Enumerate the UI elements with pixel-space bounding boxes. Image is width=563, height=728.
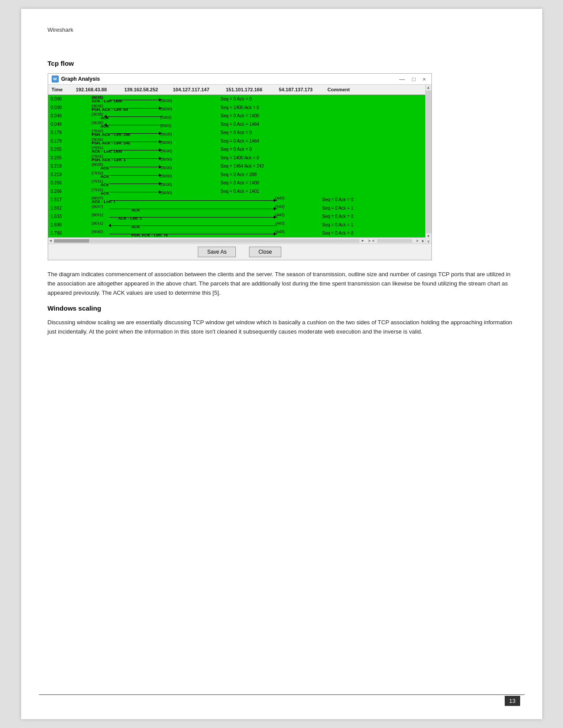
scroll-indicator: > [368,239,370,243]
section1-title: Tcp flow [48,60,516,67]
horizontal-scrollbar[interactable]: ◄ ► > < > ∨ [48,237,425,244]
arrow-area: (7932) PSH, ACK - Len: 288 (3000) [74,129,220,136]
app-title: Wireshark [48,26,516,33]
scroll-down-arrow[interactable]: ▼ [426,233,431,239]
table-row: 0.048 (3035) ACK (3000) Seq = 0 Ack = 14… [48,120,425,128]
table-row: 0.000 (8035) PSH, ACK - Len: 64 (3000) S… [48,103,425,112]
scroll-indicator2: < [372,239,374,243]
arrow-area: (7932) ACK (3000) [74,171,220,178]
scroll-end-arrow[interactable]: > [416,239,418,243]
arrow-area: (8051) ACK (443) [74,221,321,229]
scroll-up-arrow[interactable]: ▲ [426,85,431,90]
arrow-area: (8035) ACK - Len: 1400 (3000) [74,95,220,103]
ws-data-area: 0.000 (8035) ACK - Len: 1400 (3000) Seq … [48,95,425,237]
titlebar-controls: — □ × [397,76,427,83]
close-button[interactable]: × [421,76,428,83]
arrow-area: (8035) ACK (3000) [74,162,220,170]
arrow-area: (3035) ACK (3000) [74,112,220,120]
save-as-button[interactable]: Save As [198,247,236,257]
table-row: 1.788 (8040) PSH, ACK - Len: 76 (443) Se… [48,229,425,237]
table-row: 0.000 (8035) ACK - Len: 1400 (3000) Seq … [48,95,425,103]
table-row: 0.179 (7932) PSH, ACK - Len: 288 (3000) … [48,128,425,137]
arrow-area: (7931) ACK (3000) [74,188,220,195]
table-row: 1.517 (8007) ACK - Len: 1 (443) Seq = 0 … [48,195,425,204]
section2-title: Windows scaling [48,304,516,312]
bottom-divider [39,694,525,695]
arrow-area: (8040) PSH, ACK - Len: 76 (443) [74,229,321,237]
arrow-area: (8051) ACK - Len: 1 (443) [74,213,321,220]
scroll-track-vertical[interactable] [426,90,431,233]
table-row: 0.205 (7931) ACK - Len: 1400 (3000) Seq … [48,145,425,154]
table-row: 1.633 (8051) ACK - Len: 1 (443) Seq = 0 … [48,212,425,221]
scroll-v-indicator: ∨ [427,239,430,244]
arrow-area: (7931) ACK - Len: 1400 (3000) [74,146,220,153]
paragraph2: Discussing window scaling we are essenti… [48,318,516,337]
arrow-area: (3035) ACK (3000) [74,120,220,128]
page-number: 13 [505,696,520,706]
table-row: 0.219 (7932) ACK (3000) Seq = 0 Ack = 28… [48,170,425,179]
wireshark-titlebar: W Graph Analysis — □ × [48,74,431,85]
arrow-area: (8007) ACK (443) [74,204,321,212]
window-title: Graph Analysis [61,76,100,82]
ws-footer: Save As Close [48,244,431,260]
wireshark-window: W Graph Analysis — □ × Time 192.168.43.8… [48,73,432,260]
table-row: 0.266 (7931) ACK (3000) Seq = 0 Ack = 14… [48,179,425,187]
scroll-left-arrow[interactable]: ◄ [49,239,53,243]
table-row: 0.266 (7931) ACK (3000) Seq = 0 Ack = 14… [48,187,425,195]
col-ip5: 54.187.137.173 [277,86,326,93]
arrow-area: (8007) ACK - Len: 1 (443) [74,196,321,203]
scroll-right-arrow[interactable]: ► [361,239,365,243]
vertical-scrollbar[interactable]: ▲ ▼ ∨ [425,85,431,244]
scroll-track[interactable] [54,239,359,243]
close-dialog-button[interactable]: Close [249,247,281,257]
scroll-vmark: ∨ [421,239,424,243]
paragraph1: The diagram indicates commencement of as… [48,270,516,297]
wireshark-icon: W [52,75,59,83]
col-ip1: 192.168.43.88 [74,86,123,93]
table-row: 0.205 (7931) PSH, ACK - Len: 1 (3000) Se… [48,154,425,162]
scroll-thumb[interactable] [54,239,89,243]
page: Wireshark Tcp flow W Graph Analysis — □ … [21,9,542,719]
table-row: 1.690 (8051) ACK (443) Seq = 0 Ack = 1 [48,221,425,229]
arrow-area: (8035) PSH, ACK - Len: 64 (3000) [74,104,220,111]
col-ip3: 104.127.117.147 [171,86,224,93]
table-row: 0.048 (3035) ACK (3000) Seq = 0 Ack = 14… [48,112,425,120]
table-row: 0.219 (8035) ACK (3000) Seq = 1464 Ack =… [48,162,425,170]
ws-content: Time 192.168.43.88 139.162.58.252 104.12… [48,85,425,244]
table-header: Time 192.168.43.88 139.162.58.252 104.12… [48,85,425,95]
arrow-area: (8035) PSH, ACK - Len: 242 (3000) [74,137,220,145]
arrow-area: (7931) ACK (3000) [74,179,220,187]
scroll-thumb2[interactable] [377,239,412,243]
col-time: Time [50,86,74,93]
col-ip4: 151.101.172.166 [224,86,277,93]
table-row: 0.179 (8035) PSH, ACK - Len: 242 (3000) … [48,137,425,145]
titlebar-left: W Graph Analysis [52,75,100,83]
col-ip2: 139.162.58.252 [123,86,171,93]
table-row: 1.562 (8007) ACK (443) Seq = 0 Ack = 1 [48,204,425,212]
maximize-button[interactable]: □ [410,76,417,83]
arrow-area: (7931) PSH, ACK - Len: 1 (3000) [74,154,220,161]
minimize-button[interactable]: — [397,76,407,83]
col-comment: Comment [326,86,423,93]
